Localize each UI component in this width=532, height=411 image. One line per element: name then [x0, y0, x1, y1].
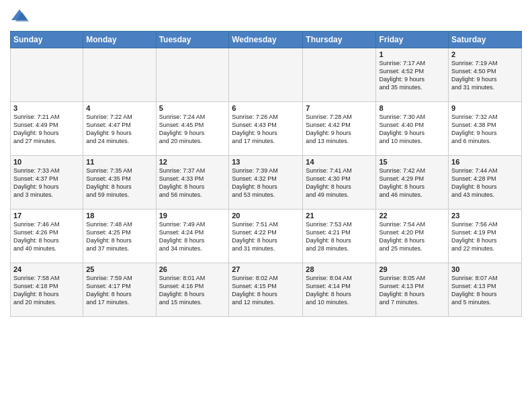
calendar-cell: 5Sunrise: 7:24 AM Sunset: 4:45 PM Daylig…: [156, 102, 229, 156]
day-info: Sunrise: 8:05 AM Sunset: 4:13 PM Dayligh…: [379, 274, 445, 307]
day-number: 25: [86, 265, 152, 273]
day-number: 20: [232, 212, 300, 220]
day-info: Sunrise: 7:30 AM Sunset: 4:40 PM Dayligh…: [379, 113, 445, 146]
day-info: Sunrise: 8:01 AM Sunset: 4:16 PM Dayligh…: [159, 274, 226, 307]
day-number: 18: [86, 212, 152, 220]
day-number: 3: [13, 104, 80, 112]
calendar-cell: 4Sunrise: 7:22 AM Sunset: 4:47 PM Daylig…: [83, 102, 156, 156]
day-info: Sunrise: 7:42 AM Sunset: 4:29 PM Dayligh…: [379, 167, 445, 199]
calendar-cell: 14Sunrise: 7:41 AM Sunset: 4:30 PM Dayli…: [303, 156, 376, 210]
calendar-cell: 11Sunrise: 7:35 AM Sunset: 4:35 PM Dayli…: [83, 156, 156, 210]
day-number: 30: [451, 265, 519, 273]
calendar-cell: 17Sunrise: 7:46 AM Sunset: 4:26 PM Dayli…: [11, 210, 83, 263]
calendar-week: 1Sunrise: 7:17 AM Sunset: 4:52 PM Daylig…: [11, 48, 522, 102]
calendar-week: 24Sunrise: 7:58 AM Sunset: 4:18 PM Dayli…: [11, 263, 522, 317]
day-info: Sunrise: 7:26 AM Sunset: 4:43 PM Dayligh…: [232, 113, 300, 146]
day-number: 21: [306, 212, 373, 220]
calendar-cell: 6Sunrise: 7:26 AM Sunset: 4:43 PM Daylig…: [229, 102, 303, 156]
day-info: Sunrise: 7:28 AM Sunset: 4:42 PM Dayligh…: [306, 113, 373, 146]
day-number: 26: [159, 265, 226, 273]
day-info: Sunrise: 7:22 AM Sunset: 4:47 PM Dayligh…: [86, 113, 152, 146]
header-day: Thursday: [303, 32, 376, 48]
day-info: Sunrise: 7:48 AM Sunset: 4:25 PM Dayligh…: [86, 220, 152, 253]
calendar-cell: 22Sunrise: 7:54 AM Sunset: 4:20 PM Dayli…: [376, 210, 449, 263]
calendar-cell: 12Sunrise: 7:37 AM Sunset: 4:33 PM Dayli…: [156, 156, 229, 210]
calendar-cell: 29Sunrise: 8:05 AM Sunset: 4:13 PM Dayli…: [376, 263, 449, 317]
day-number: 8: [379, 104, 445, 112]
calendar-cell: 8Sunrise: 7:30 AM Sunset: 4:40 PM Daylig…: [376, 102, 449, 156]
day-info: Sunrise: 7:41 AM Sunset: 4:30 PM Dayligh…: [306, 167, 373, 199]
day-info: Sunrise: 7:58 AM Sunset: 4:18 PM Dayligh…: [13, 274, 80, 307]
day-info: Sunrise: 7:32 AM Sunset: 4:38 PM Dayligh…: [451, 113, 519, 146]
day-number: 15: [379, 158, 445, 166]
day-info: Sunrise: 7:24 AM Sunset: 4:45 PM Dayligh…: [159, 113, 226, 146]
calendar-cell: 21Sunrise: 7:53 AM Sunset: 4:21 PM Dayli…: [303, 210, 376, 263]
day-number: 23: [451, 212, 519, 220]
calendar-cell: 23Sunrise: 7:56 AM Sunset: 4:19 PM Dayli…: [449, 210, 522, 263]
calendar-cell: 24Sunrise: 7:58 AM Sunset: 4:18 PM Dayli…: [11, 263, 83, 317]
calendar-cell: 1Sunrise: 7:17 AM Sunset: 4:52 PM Daylig…: [376, 48, 449, 102]
day-number: 14: [306, 158, 373, 166]
day-number: 7: [306, 104, 373, 112]
calendar-cell: 20Sunrise: 7:51 AM Sunset: 4:22 PM Dayli…: [229, 210, 303, 263]
header-day: Sunday: [11, 32, 83, 48]
day-number: 13: [232, 158, 300, 166]
calendar-week: 3Sunrise: 7:21 AM Sunset: 4:49 PM Daylig…: [11, 102, 522, 156]
day-number: 17: [13, 212, 80, 220]
page-container: SundayMondayTuesdayWednesdayThursdayFrid…: [0, 0, 532, 411]
calendar-cell: 3Sunrise: 7:21 AM Sunset: 4:49 PM Daylig…: [11, 102, 83, 156]
day-info: Sunrise: 7:17 AM Sunset: 4:52 PM Dayligh…: [379, 59, 445, 92]
calendar-week: 10Sunrise: 7:33 AM Sunset: 4:37 PM Dayli…: [11, 156, 522, 210]
day-number: 24: [13, 265, 80, 273]
calendar-week: 17Sunrise: 7:46 AM Sunset: 4:26 PM Dayli…: [11, 210, 522, 263]
header: [10, 7, 522, 26]
day-info: Sunrise: 7:59 AM Sunset: 4:17 PM Dayligh…: [86, 274, 152, 307]
logo-icon: [10, 7, 29, 26]
header-day: Wednesday: [229, 32, 303, 48]
day-number: 6: [232, 104, 300, 112]
day-info: Sunrise: 7:35 AM Sunset: 4:35 PM Dayligh…: [86, 167, 152, 199]
day-info: Sunrise: 7:51 AM Sunset: 4:22 PM Dayligh…: [232, 220, 300, 253]
day-info: Sunrise: 7:53 AM Sunset: 4:21 PM Dayligh…: [306, 220, 373, 253]
day-number: 16: [451, 158, 519, 166]
calendar-cell: 10Sunrise: 7:33 AM Sunset: 4:37 PM Dayli…: [11, 156, 83, 210]
day-number: 29: [379, 265, 445, 273]
calendar-cell: [83, 48, 156, 102]
day-number: 5: [159, 104, 226, 112]
day-number: 12: [159, 158, 226, 166]
calendar-cell: 25Sunrise: 7:59 AM Sunset: 4:17 PM Dayli…: [83, 263, 156, 317]
header-row: SundayMondayTuesdayWednesdayThursdayFrid…: [11, 32, 522, 48]
calendar-cell: 16Sunrise: 7:44 AM Sunset: 4:28 PM Dayli…: [449, 156, 522, 210]
day-info: Sunrise: 7:56 AM Sunset: 4:19 PM Dayligh…: [451, 220, 519, 253]
calendar-cell: 28Sunrise: 8:04 AM Sunset: 4:14 PM Dayli…: [303, 263, 376, 317]
day-number: 1: [379, 50, 445, 58]
day-number: 22: [379, 212, 445, 220]
calendar-cell: 7Sunrise: 7:28 AM Sunset: 4:42 PM Daylig…: [303, 102, 376, 156]
calendar-body: 1Sunrise: 7:17 AM Sunset: 4:52 PM Daylig…: [11, 48, 522, 317]
calendar-cell: [303, 48, 376, 102]
day-number: 10: [13, 158, 80, 166]
day-info: Sunrise: 7:37 AM Sunset: 4:33 PM Dayligh…: [159, 167, 226, 199]
calendar-cell: 9Sunrise: 7:32 AM Sunset: 4:38 PM Daylig…: [449, 102, 522, 156]
day-info: Sunrise: 7:19 AM Sunset: 4:50 PM Dayligh…: [451, 59, 519, 92]
day-number: 28: [306, 265, 373, 273]
day-number: 19: [159, 212, 226, 220]
day-info: Sunrise: 7:33 AM Sunset: 4:37 PM Dayligh…: [13, 167, 80, 199]
calendar-cell: [229, 48, 303, 102]
calendar-cell: 18Sunrise: 7:48 AM Sunset: 4:25 PM Dayli…: [83, 210, 156, 263]
day-number: 4: [86, 104, 152, 112]
header-day: Friday: [376, 32, 449, 48]
day-number: 2: [451, 50, 519, 58]
day-info: Sunrise: 8:07 AM Sunset: 4:13 PM Dayligh…: [451, 274, 519, 307]
header-day: Monday: [83, 32, 156, 48]
day-info: Sunrise: 7:46 AM Sunset: 4:26 PM Dayligh…: [13, 220, 80, 253]
calendar-cell: 19Sunrise: 7:49 AM Sunset: 4:24 PM Dayli…: [156, 210, 229, 263]
calendar-cell: 15Sunrise: 7:42 AM Sunset: 4:29 PM Dayli…: [376, 156, 449, 210]
calendar-cell: 27Sunrise: 8:02 AM Sunset: 4:15 PM Dayli…: [229, 263, 303, 317]
logo: [10, 7, 32, 26]
calendar-cell: [156, 48, 229, 102]
day-number: 11: [86, 158, 152, 166]
day-info: Sunrise: 7:39 AM Sunset: 4:32 PM Dayligh…: [232, 167, 300, 199]
day-info: Sunrise: 8:04 AM Sunset: 4:14 PM Dayligh…: [306, 274, 373, 307]
header-day: Tuesday: [156, 32, 229, 48]
